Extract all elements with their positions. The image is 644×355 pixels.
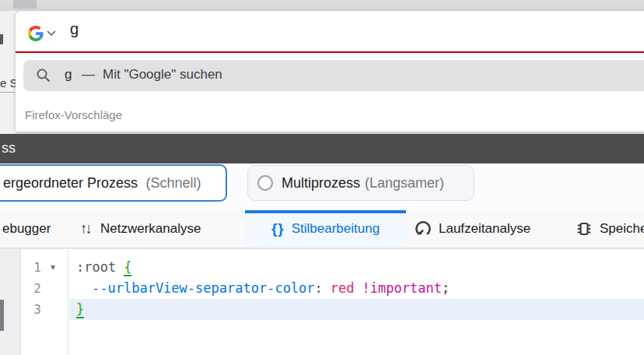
- urlbar-separator-line-red: [16, 51, 644, 53]
- code-line-1[interactable]: :root{: [69, 257, 644, 278]
- radio-unchecked-icon[interactable]: [257, 175, 273, 191]
- firefox-suggestions-heading: Firefox-Vorschläge: [25, 108, 122, 121]
- fold-caret-icon[interactable]: ▾: [51, 257, 55, 278]
- gutter-row-1: 1 ▾: [21, 257, 68, 278]
- active-tab-indicator: [245, 210, 406, 213]
- css-semicolon: ;: [442, 280, 450, 296]
- arrows-up-down-icon: ↑↓: [80, 220, 90, 237]
- close-brace: }: [76, 301, 84, 318]
- dialog-heading-text-fragment: ss: [2, 140, 16, 156]
- tab-style-editor-label: Stilbearbeitung: [292, 221, 380, 237]
- dialog-heading-bar: ss: [0, 134, 644, 163]
- urlbar-dropdown-panel: g g — Mit "Google" suchen Firefox-Vorsch…: [16, 11, 644, 132]
- tab-network-label: Netzwerkanalyse: [100, 221, 201, 237]
- gutter-row-3: 3: [21, 299, 68, 320]
- clipped-page-text: e S: [0, 76, 16, 90]
- search-icon: [36, 68, 51, 83]
- code-line-3-active[interactable]: }: [69, 299, 644, 320]
- tab-memory-label: Speicher: [600, 221, 644, 237]
- devtools-tab-bar: ebugger ↑↓ Netzwerkanalyse {} Stilbearbe…: [0, 210, 644, 249]
- clipped-glyph-mark: [0, 34, 3, 44]
- option-multiprocess-label: Multiprozess: [282, 175, 360, 192]
- tab-style-editor[interactable]: {} Stilbearbeitung: [245, 210, 406, 248]
- tab-performance[interactable]: Laufzeitanalyse: [415, 210, 530, 248]
- urlbar-typed-text[interactable]: g: [70, 20, 79, 38]
- search-suggestion-row[interactable]: g — Mit "Google" suchen: [23, 60, 644, 91]
- code-editor-area[interactable]: :root{ --urlbarView-separator-color:red!…: [69, 249, 644, 355]
- urlbar-input-row[interactable]: g: [16, 11, 644, 51]
- line-number-gutter: 1 ▾ 2 3: [21, 249, 68, 355]
- suggestion-query-text: g: [65, 67, 72, 83]
- window-top-edge-shade: [13, 0, 37, 9]
- code-line-2[interactable]: --urlbarView-separator-color:red!importa…: [69, 278, 644, 299]
- css-selector: :root: [76, 259, 116, 275]
- tab-memory[interactable]: Speicher: [576, 210, 644, 248]
- option-parent-process-hint: (Schnell): [146, 175, 201, 191]
- css-value: red: [331, 280, 355, 296]
- stylesheet-list-sliver: [0, 249, 21, 355]
- tab-network[interactable]: ↑↓ Netzwerkanalyse: [80, 210, 201, 248]
- line-number: 1: [21, 257, 41, 278]
- scrollbar-thumb[interactable]: [0, 300, 4, 331]
- process-options-section: ergeordneter Prozess (Schnell) Multiproz…: [0, 163, 644, 210]
- line-number: 2: [21, 278, 41, 299]
- braces-icon: {}: [271, 220, 285, 237]
- window-top-edge: [0, 0, 644, 11]
- css-important-keyword: !important: [362, 280, 442, 296]
- chevron-down-icon[interactable]: [47, 30, 56, 37]
- memory-chip-icon: [576, 220, 593, 237]
- google-search-engine-icon: [28, 26, 44, 41]
- option-multiprocess[interactable]: Multiprozess (Langsamer): [247, 165, 474, 201]
- underlying-page-sliver: e S: [0, 11, 16, 134]
- tab-debugger[interactable]: ebugger: [2, 210, 51, 248]
- option-parent-process-label: ergeordneter Prozess: [3, 175, 138, 191]
- clipped-page-underline: [0, 92, 15, 93]
- suggestion-action-text: Mit "Google" suchen: [103, 67, 222, 83]
- line-number: 3: [21, 299, 41, 320]
- style-editor-pane: 1 ▾ 2 3 :root{ --urlbarView-separator-co…: [0, 249, 644, 355]
- gauge-icon: [415, 220, 432, 237]
- css-property: --urlbarView-separator-color: [92, 280, 315, 296]
- css-colon: :: [315, 280, 323, 296]
- option-multiprocess-hint: (Langsamer): [365, 175, 444, 192]
- tab-performance-label: Laufzeitanalyse: [439, 221, 530, 237]
- gutter-row-2: 2: [21, 278, 68, 299]
- tab-debugger-label: ebugger: [2, 221, 51, 237]
- option-parent-process[interactable]: ergeordneter Prozess (Schnell): [0, 164, 227, 202]
- open-brace: {: [124, 259, 131, 276]
- suggestion-dash: —: [82, 67, 95, 83]
